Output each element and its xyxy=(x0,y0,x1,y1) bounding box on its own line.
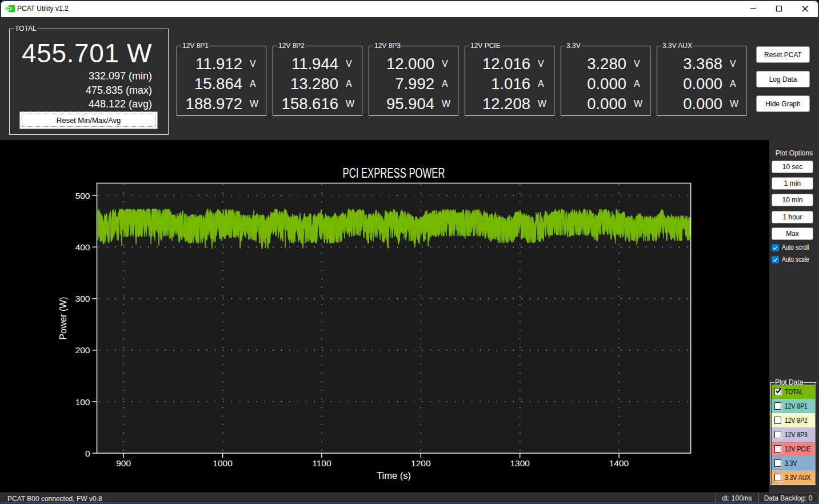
svg-text:1200: 1200 xyxy=(411,458,431,468)
svg-text:1100: 1100 xyxy=(312,458,331,468)
svg-text:200: 200 xyxy=(75,345,90,355)
svg-text:Time (s): Time (s) xyxy=(377,470,411,481)
svg-text:1300: 1300 xyxy=(510,458,530,468)
svg-text:900: 900 xyxy=(116,458,131,468)
svg-text:PCI EXPRESS POWER: PCI EXPRESS POWER xyxy=(343,166,445,181)
svg-text:400: 400 xyxy=(75,242,90,252)
svg-text:300: 300 xyxy=(75,294,90,303)
svg-text:1000: 1000 xyxy=(213,458,233,468)
svg-text:100: 100 xyxy=(75,397,90,407)
svg-text:Power (W): Power (W) xyxy=(58,297,68,340)
svg-text:1400: 1400 xyxy=(609,458,629,468)
svg-text:0: 0 xyxy=(85,449,90,458)
svg-text:500: 500 xyxy=(75,191,90,201)
